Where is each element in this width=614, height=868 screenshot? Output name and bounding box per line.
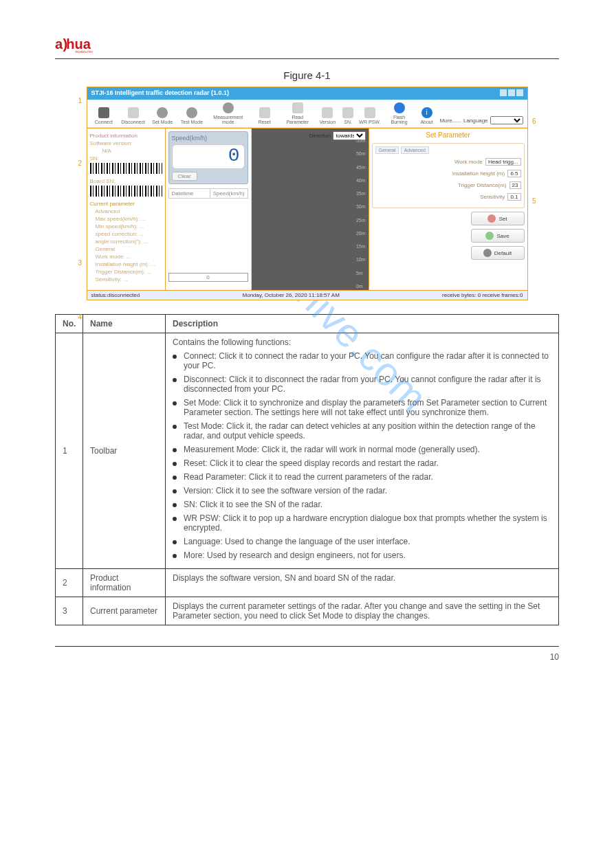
current-parameter-heading: Current parameter xyxy=(90,201,162,207)
speed-title: Speed(km/h) xyxy=(172,135,245,142)
status-connection: status:disconnected xyxy=(91,292,140,298)
sn-label: SN: xyxy=(90,155,162,162)
version-button[interactable]: Version xyxy=(318,107,338,124)
cell-no: 1 xyxy=(56,333,83,569)
work-mode-field-label: Work mode xyxy=(454,159,483,165)
radar-plot: Direction towards 55m50m 45m40m 35m30m 2… xyxy=(252,129,369,290)
plot-ticks: 55m50m 45m40m 35m30m 25m20m 15m10m 5m0m xyxy=(356,138,366,289)
reset-icon xyxy=(259,107,270,118)
page-number: 10 xyxy=(55,652,559,662)
svg-text:a: a xyxy=(55,36,63,52)
screenshot: 1 2 3 4 5 6 STJI-16 Intelligent traffic … xyxy=(87,87,528,300)
disconnect-button[interactable]: Disconnect xyxy=(120,107,146,124)
save-button[interactable]: Save xyxy=(471,229,525,243)
info-icon: i xyxy=(421,107,432,118)
bullet: Language: Used to change the language of… xyxy=(173,537,551,546)
bullet: WR PSW: Click it to pop up a hardware en… xyxy=(173,513,551,533)
bullet: Connect: Click it to connect the radar t… xyxy=(173,351,551,370)
gear-icon xyxy=(186,107,197,118)
speed-panel: Speed(km/h) 0 Clear Datetime Speed(km/h)… xyxy=(166,129,252,290)
row-intro: Contains the following functions: xyxy=(173,337,551,347)
work-mode-select[interactable]: Head trigg... xyxy=(485,158,521,166)
gear-icon xyxy=(223,102,234,113)
angle-correction-label: angle correction(°): ... xyxy=(96,238,162,245)
sn-barcode xyxy=(90,163,162,174)
sn-button[interactable]: SN. xyxy=(341,107,355,124)
clear-button[interactable]: Clear xyxy=(172,172,197,181)
callout-5: 5 xyxy=(532,197,536,205)
callout-1: 1 xyxy=(78,97,83,104)
set-icon xyxy=(487,214,496,223)
sensitivity-input[interactable]: 0.1 xyxy=(507,193,520,201)
flash-burning-button[interactable]: Flash Burning xyxy=(384,102,413,124)
bullet: Disconnect: Click it to disconnect the r… xyxy=(173,375,551,394)
language-select[interactable] xyxy=(490,116,523,124)
svg-text:TECHNOLOGY: TECHNOLOGY xyxy=(75,51,94,54)
callout-4: 4 xyxy=(78,313,83,321)
tab-advanced[interactable]: Advanced xyxy=(401,146,429,154)
connect-button[interactable]: Connect xyxy=(91,107,117,124)
reset-button[interactable]: Reset xyxy=(252,107,277,124)
bullet: Set Mode: Click it to synchronize and di… xyxy=(173,398,551,417)
language-label: Language xyxy=(463,118,488,124)
more-link[interactable]: More...... xyxy=(439,118,461,124)
about-button[interactable]: iAbout xyxy=(418,107,436,124)
installation-height-label: Installation height (m): ... xyxy=(96,261,162,267)
min-speed-label: Min speed(km/h): ... xyxy=(96,223,162,230)
bullet: Test Mode: Click it, the radar can detec… xyxy=(173,421,551,441)
bullet: Version: Click it to see the software ve… xyxy=(173,486,551,496)
product-info-heading: Product information xyxy=(90,133,162,139)
direction-label: Direction xyxy=(309,133,331,139)
read-parameter-button[interactable]: Read Parameter xyxy=(281,102,314,124)
sensitivity-field-label: Sensitivity xyxy=(480,194,505,200)
status-datetime: Monday, October 26, 2020 11:18:57 AM xyxy=(243,292,340,298)
disconnect-icon xyxy=(128,107,139,118)
wr-psw-button[interactable]: WR PSW. xyxy=(359,107,380,124)
default-button[interactable]: Default xyxy=(471,246,525,260)
table-row: 1 Toolbar Contains the following functio… xyxy=(56,333,559,569)
save-icon xyxy=(485,232,494,240)
set-parameter-title: Set Parameter xyxy=(372,131,525,139)
status-receive: receive bytes: 0 receive frames:0 xyxy=(442,292,523,298)
bullet: Measurement Mode: Click it, the radar wi… xyxy=(173,445,551,454)
window-title: STJI-16 Intelligent traffic detection ra… xyxy=(91,89,230,98)
cell-no: 3 xyxy=(56,597,83,625)
status-bar: status:disconnected Monday, October 26, … xyxy=(87,291,527,300)
page-header: a ) hua TECHNOLOGY xyxy=(55,34,559,59)
set-mode-button[interactable]: Set Mode xyxy=(150,107,175,124)
set-button[interactable]: Set xyxy=(471,212,525,225)
connect-icon xyxy=(98,107,109,118)
th-name: Name xyxy=(83,315,166,333)
version-icon xyxy=(322,107,333,118)
col-datetime: Datetime xyxy=(169,189,210,198)
callout-6: 6 xyxy=(532,118,536,125)
max-speed-label: Max speed(km/h): ... xyxy=(96,216,162,222)
cell-no: 2 xyxy=(56,569,83,597)
window-titlebar: STJI-16 Intelligent traffic detection ra… xyxy=(87,87,527,100)
install-height-input[interactable]: 6.5 xyxy=(507,170,520,177)
trigger-distance-input[interactable]: 23 xyxy=(509,181,521,189)
sensitivity-label: Sensitivity: ... xyxy=(96,276,162,282)
window-controls[interactable] xyxy=(498,89,523,98)
test-mode-button[interactable]: Test Mode xyxy=(179,107,205,124)
advanced-heading: Advanced xyxy=(96,208,162,214)
speed-count: 0 xyxy=(168,273,248,282)
measurement-mode-button[interactable]: Measurement mode xyxy=(208,102,248,124)
table-row: 3 Current parameter Displays the current… xyxy=(56,597,559,625)
dahua-logo: a ) hua TECHNOLOGY xyxy=(55,34,127,56)
left-panel: Product information Software version: N/… xyxy=(87,129,166,290)
callout-3: 3 xyxy=(78,259,83,267)
tab-general[interactable]: General xyxy=(375,146,399,154)
table-row: 2 Product information Displays the softw… xyxy=(56,569,559,597)
sn-icon xyxy=(342,107,353,118)
flash-icon xyxy=(394,102,405,113)
bullet: More: Used by research and design engine… xyxy=(173,550,551,560)
th-desc: Description xyxy=(166,315,559,333)
cell-desc: Displays the software version, SN and bo… xyxy=(166,569,559,597)
wrpsw-icon xyxy=(364,107,375,118)
board-sn-barcode xyxy=(90,186,162,197)
general-heading: General xyxy=(96,246,162,252)
description-table: No. Name Description 1 Toolbar Contains … xyxy=(55,314,559,625)
callout-2: 2 xyxy=(78,159,83,167)
work-mode-label: Work mode: ... xyxy=(96,254,162,260)
